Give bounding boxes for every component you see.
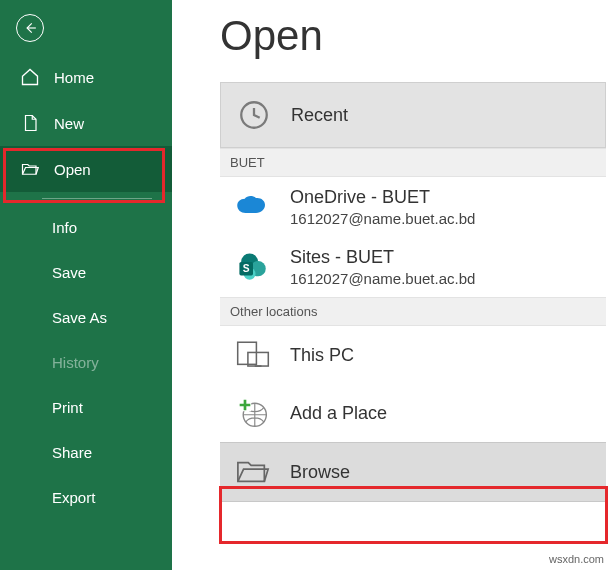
folder-open-icon <box>20 159 40 179</box>
new-icon <box>20 113 40 133</box>
location-recent[interactable]: Recent <box>220 82 606 148</box>
location-title: OneDrive - BUET <box>290 187 475 208</box>
page-title: Open <box>172 0 612 82</box>
location-subtitle: 1612027@name.buet.ac.bd <box>290 210 475 227</box>
sidebar-item-label: Open <box>54 161 91 178</box>
back-button[interactable] <box>16 14 44 42</box>
location-title: Browse <box>290 462 350 483</box>
main-panel: Open Recent BUET OneDrive - BUET 1612027… <box>172 0 612 570</box>
svg-rect-6 <box>238 342 257 364</box>
folder-browse-icon <box>234 453 272 491</box>
watermark: wsxdn.com <box>549 553 604 565</box>
sidebar-item-history: History <box>0 340 172 385</box>
section-header-buet: BUET <box>220 148 606 177</box>
sidebar-item-saveas[interactable]: Save As <box>0 295 172 340</box>
sidebar-item-print[interactable]: Print <box>0 385 172 430</box>
section-header-other: Other locations <box>220 297 606 326</box>
sidebar-item-open[interactable]: Open <box>0 146 172 192</box>
add-place-icon <box>234 394 272 432</box>
location-sites[interactable]: S Sites - BUET 1612027@name.buet.ac.bd <box>220 237 606 297</box>
location-title: Sites - BUET <box>290 247 475 268</box>
sidebar-item-label: New <box>54 115 84 132</box>
location-title: Add a Place <box>290 403 387 424</box>
onedrive-icon <box>234 188 272 226</box>
location-label: Recent <box>291 105 348 126</box>
sidebar-item-save[interactable]: Save <box>0 250 172 295</box>
sidebar: Home New Open Info Save Save As History … <box>0 0 172 570</box>
location-addplace[interactable]: Add a Place <box>220 384 606 442</box>
location-subtitle: 1612027@name.buet.ac.bd <box>290 270 475 287</box>
sidebar-item-info[interactable]: Info <box>0 205 172 250</box>
back-arrow-icon <box>23 21 37 35</box>
location-thispc[interactable]: This PC <box>220 326 606 384</box>
sharepoint-icon: S <box>234 248 272 286</box>
locations-list: Recent BUET OneDrive - BUET 1612027@name… <box>220 82 606 502</box>
pc-icon <box>234 336 272 374</box>
location-browse[interactable]: Browse <box>220 442 606 502</box>
svg-text:S: S <box>243 263 250 274</box>
sidebar-item-home[interactable]: Home <box>0 54 172 100</box>
location-onedrive[interactable]: OneDrive - BUET 1612027@name.buet.ac.bd <box>220 177 606 237</box>
sidebar-item-label: Home <box>54 69 94 86</box>
sidebar-item-export[interactable]: Export <box>0 475 172 520</box>
location-title: This PC <box>290 345 354 366</box>
clock-icon <box>235 96 273 134</box>
home-icon <box>20 67 40 87</box>
sidebar-item-new[interactable]: New <box>0 100 172 146</box>
sidebar-divider <box>42 198 152 199</box>
sidebar-item-share[interactable]: Share <box>0 430 172 475</box>
